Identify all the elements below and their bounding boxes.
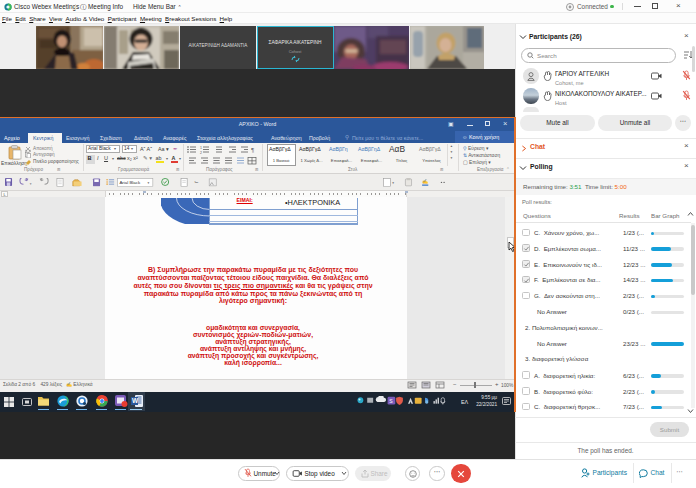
svg-text:S: S	[389, 398, 393, 404]
svg-text:1: 1	[200, 146, 202, 150]
svg-text:▾: ▾	[148, 181, 150, 185]
svg-text:¶: ¶	[251, 147, 254, 153]
svg-text:2: 2	[200, 151, 202, 155]
svg-text:⌙: ⌙	[194, 178, 198, 184]
svg-text:▾: ▾	[30, 182, 32, 186]
svg-text:▾: ▾	[392, 181, 394, 185]
svg-text:W: W	[132, 397, 139, 404]
svg-text:Arial Black: Arial Black	[119, 180, 141, 185]
svg-text:✍: ✍	[422, 178, 429, 185]
